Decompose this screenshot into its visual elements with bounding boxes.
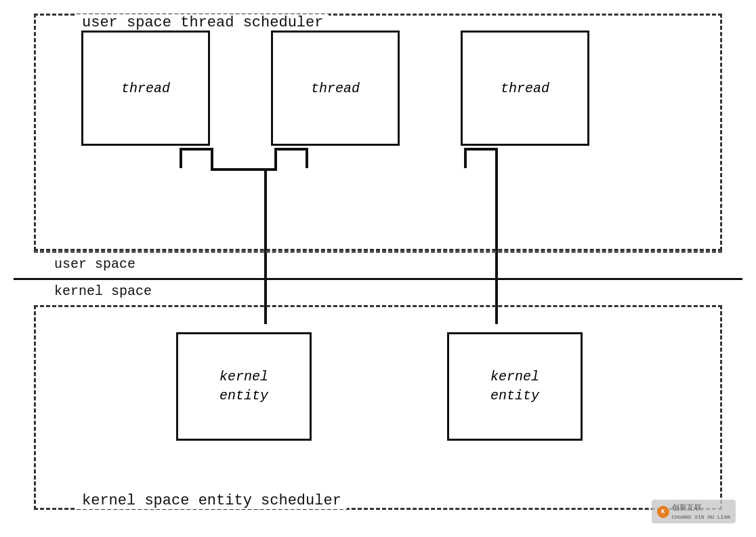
kernel-entity-box-2: kernel entity [447, 332, 583, 441]
kernel-space-scheduler-label: kernel space entity scheduler [77, 492, 347, 509]
t3-tab-vr [495, 148, 498, 168]
kernel-entity-box-1: kernel entity [176, 332, 312, 441]
thread-box-3: thread [461, 31, 589, 146]
t2-tab-vl [274, 148, 277, 168]
t2-tab-h [274, 148, 308, 151]
t3-vertical-line [495, 168, 498, 324]
kernel-space-label: kernel space [54, 283, 152, 299]
thread-1-label: thread [121, 81, 170, 96]
kernel-boundary-line [14, 278, 742, 280]
kernel-space-scheduler-box: kernel space entity scheduler [34, 305, 722, 510]
thread-3-label: thread [501, 81, 549, 96]
t1t2-h-connector [211, 168, 277, 171]
watermark-icon: K [657, 506, 669, 518]
t1-connector-v [180, 148, 182, 168]
inner-dashed-separator [34, 251, 722, 253]
t3-tab-h [464, 148, 498, 151]
t1-tab-h [180, 148, 213, 151]
main-vertical-line [264, 168, 267, 324]
thread-box-2: thread [271, 31, 400, 146]
thread-2-label: thread [311, 81, 360, 96]
watermark-text: 创新互联 CHUANG XIN HU LIAN [672, 502, 730, 521]
t2-tab-vr [306, 148, 308, 168]
t3-tab-vl [464, 148, 467, 168]
kernel-entity-1-label: kernel entity [219, 367, 268, 405]
user-space-label: user space [54, 256, 135, 272]
thread-box-1: thread [81, 31, 210, 146]
watermark: K 创新互联 CHUANG XIN HU LIAN [652, 500, 736, 523]
diagram-wrapper: user space thread scheduler thread threa… [14, 7, 742, 530]
kernel-entity-2-label: kernel entity [490, 367, 539, 405]
user-space-scheduler-label: user space thread scheduler [77, 14, 329, 31]
t1-tab-vr [211, 148, 213, 168]
